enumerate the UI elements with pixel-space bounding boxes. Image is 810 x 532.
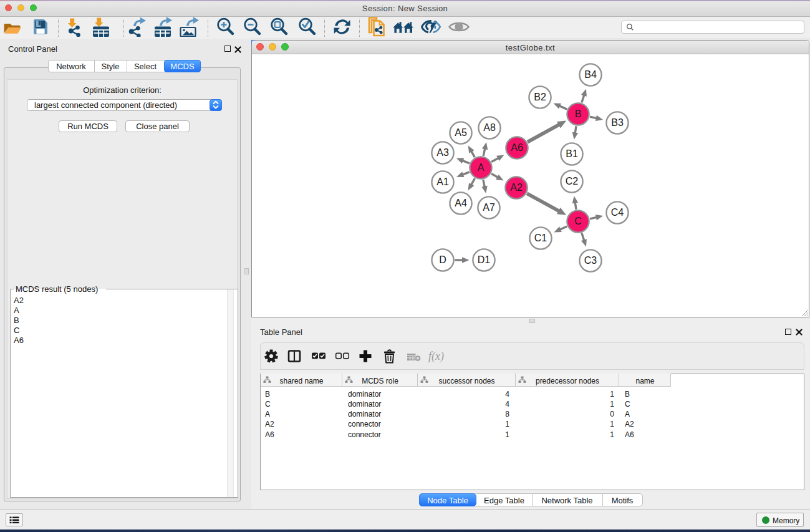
svg-text:A8: A8 <box>483 122 496 133</box>
svg-text:C: C <box>574 216 582 226</box>
svg-text:B: B <box>575 109 582 119</box>
svg-text:A: A <box>478 162 485 173</box>
svg-text:A6: A6 <box>511 142 523 153</box>
svg-text:D: D <box>439 254 446 265</box>
svg-text:B2: B2 <box>534 92 546 102</box>
svg-text:A7: A7 <box>483 202 495 213</box>
svg-text:C2: C2 <box>566 176 579 186</box>
svg-text:B4: B4 <box>584 69 597 80</box>
svg-text:B3: B3 <box>611 117 624 128</box>
svg-text:B1: B1 <box>566 148 578 159</box>
svg-text:A5: A5 <box>455 127 467 138</box>
svg-text:A2: A2 <box>510 182 523 193</box>
svg-text:A3: A3 <box>436 147 449 158</box>
svg-text:C3: C3 <box>584 255 597 266</box>
svg-text:A4: A4 <box>455 198 467 208</box>
svg-text:A1: A1 <box>436 177 449 187</box>
svg-text:D1: D1 <box>478 254 491 265</box>
svg-text:C4: C4 <box>611 207 624 218</box>
svg-text:C1: C1 <box>534 233 547 243</box>
